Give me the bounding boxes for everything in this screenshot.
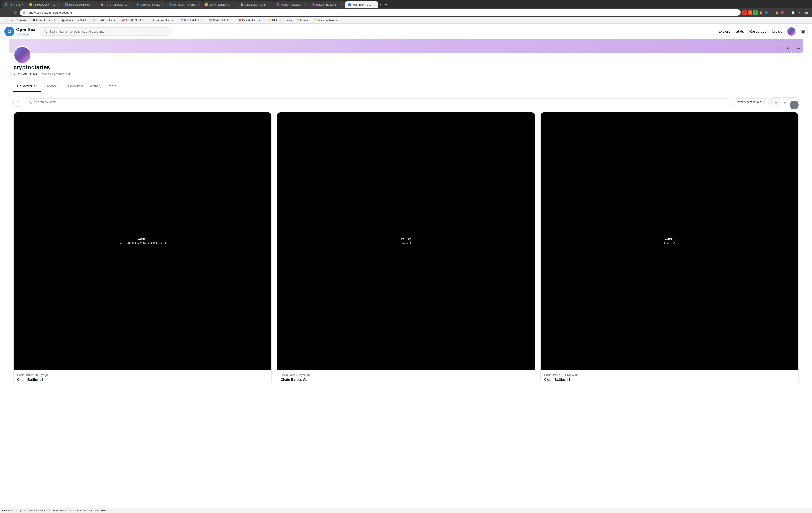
menu-button[interactable]: ☰: [804, 10, 810, 16]
nft-card-1[interactable]: Warrior Level: 1Hit Points73Strength13Sp…: [13, 112, 272, 385]
tab-activity[interactable]: Activity: [87, 81, 105, 92]
nft-card-3[interactable]: Warrior Levels: 0 Chain Battles - HjGNu9…: [540, 112, 799, 385]
tab-profile-active[interactable]: Your Profile | Op... ✕: [345, 1, 378, 8]
bookmark-movie[interactable]: 🎬 Movie4k to - Watch...: [60, 18, 90, 22]
tab-uniswap-int[interactable]: 🔷 Uniswap Interface ✕: [134, 1, 166, 8]
tab-uniswap-home[interactable]: 🦄 Home | Uniswap Pr... ✕: [98, 1, 134, 8]
back-button[interactable]: ‹: [2, 10, 6, 15]
items-search-input[interactable]: [34, 100, 727, 104]
created-label: Created: [45, 84, 57, 88]
tab-favorited[interactable]: Favorited: [64, 81, 87, 92]
share-profile-button[interactable]: ↗: [783, 44, 792, 53]
nav-explore[interactable]: Explore: [718, 30, 730, 33]
ext-icon-2[interactable]: G: [753, 10, 758, 15]
wallet-icon: ▣: [801, 29, 805, 34]
tab-close[interactable]: ✕: [22, 3, 24, 6]
opensea-logo-icon: O: [7, 29, 11, 34]
tab-created[interactable]: Created 4: [41, 81, 64, 92]
nft-image-1: Warrior Level: 1Hit Points73Strength13Sp…: [13, 112, 271, 370]
forward-button[interactable]: ›: [7, 10, 11, 15]
view-large-grid-button[interactable]: ⊞: [772, 98, 781, 107]
tab-more[interactable]: More ▾: [105, 81, 122, 92]
new-tab-button[interactable]: +: [383, 2, 389, 8]
ext-icon-9[interactable]: 📋: [791, 10, 795, 15]
ext-icon-5[interactable]: ⬡: [769, 10, 774, 15]
filter-button[interactable]: ≡: [13, 98, 22, 107]
status-url: https://testnets.opensea.io/assets/mumba…: [2, 509, 106, 512]
bookmark-figment[interactable]: ⚫ Figment Learn | S...: [31, 18, 59, 22]
tab-close[interactable]: ✕: [162, 3, 164, 6]
lock-icon: 🔒: [22, 11, 26, 14]
items-search[interactable]: 🔍: [25, 98, 730, 106]
ext-icon-6[interactable]: 🦊: [775, 10, 779, 15]
ext-icon-3[interactable]: 🦊: [759, 10, 763, 15]
tab-title: Remix - Ethereum I...: [209, 3, 232, 6]
tab-close[interactable]: ✕: [304, 3, 307, 6]
bookmark-transak[interactable]: 💱 Transak - Fiat on/...: [150, 18, 178, 22]
tab-chainbattles[interactable]: ⛓ ChainBattles | Addr... ✕: [238, 1, 274, 8]
tab-crypto[interactable]: 🪙 15 Best Crypto Trac... ✕: [26, 1, 62, 8]
global-search[interactable]: 🔍: [40, 28, 170, 35]
extensions-more[interactable]: ⚙: [796, 10, 802, 15]
bookmark-metamask[interactable]: 🦊 MetaMask - Exten...: [237, 18, 265, 22]
tab-support[interactable]: Get support in Part... ✕: [166, 1, 202, 8]
tab-close[interactable]: ✕: [269, 3, 271, 6]
tab-close[interactable]: ✕: [129, 3, 131, 6]
tab-favicon: 🪙: [29, 3, 32, 6]
tab-polygon1[interactable]: 🟣 Polygon Transactio... ✕: [274, 1, 310, 8]
tab-collected[interactable]: Collected 13: [13, 81, 41, 92]
bookmark-imported[interactable]: 📁 Imported: [295, 18, 311, 22]
share-icon: ↗: [786, 46, 789, 51]
nft-image-2: Warrior Levels: 1: [277, 112, 535, 370]
ext-icon-8[interactable]: C: [785, 10, 790, 15]
bookmark-other[interactable]: 📁 Other Bookmarks: [313, 18, 339, 22]
bookmark-arbitrary[interactable]: 📁 Arbitrary Execution: [267, 18, 294, 22]
collected-label: Collected: [17, 84, 32, 88]
ext-icon-1[interactable]: 🔔: [748, 10, 752, 15]
tab-remix[interactable]: 🔁 Remix - Ethereum I... ✕: [202, 1, 238, 8]
bookmarks-bar: 📄 H. Rept. 117-74 -... ⚫ Figment Learn |…: [0, 17, 812, 24]
tab-polygon2[interactable]: 🟣 Polygon Transactio... ✕: [310, 1, 345, 8]
tab-rari[interactable]: 🌐 Rari Portal ✕: [2, 1, 26, 8]
tab-close[interactable]: ✕: [93, 3, 95, 6]
reload-button[interactable]: ↻: [13, 10, 18, 15]
user-avatar[interactable]: [787, 27, 796, 36]
wallet-button[interactable]: ▣: [799, 27, 808, 36]
favorited-label: Favorited: [68, 84, 83, 88]
sort-label: Recently received: [737, 100, 761, 104]
items-search-icon: 🔍: [28, 100, 32, 104]
tab-close[interactable]: ✕: [340, 3, 343, 6]
more-options-button[interactable]: •••: [794, 44, 803, 53]
tab-ml[interactable]: C Machine Learning f... ✕: [62, 1, 98, 8]
tab-title: Machine Learning f...: [69, 3, 92, 6]
profile-avatar: [13, 46, 31, 64]
ext-icon-7[interactable]: 🔴: [780, 10, 784, 15]
tab-close[interactable]: ✕: [373, 3, 375, 6]
grid-medium-icon: ⊟: [783, 100, 786, 104]
bookmark-rari2[interactable]: 🌐 Rari Portal_ Tetra...: [208, 18, 236, 22]
bookmark-sushi[interactable]: 🍣 10.664 | SUSHI-U...: [120, 18, 149, 22]
tab-favicon: [169, 3, 172, 6]
tab-close[interactable]: ✕: [197, 3, 199, 6]
search-input[interactable]: [50, 30, 166, 33]
ext-icon-4[interactable]: 🔷: [764, 10, 768, 15]
nft-card-2[interactable]: Warrior Levels: 1 Chain Battles - 0fyqIu…: [277, 112, 535, 385]
tab-close[interactable]: ✕: [233, 3, 235, 6]
tab-overflow-button[interactable]: ▾: [378, 2, 383, 7]
nav-resources[interactable]: Resources: [749, 30, 766, 33]
bookmark-rept[interactable]: 📄 H. Rept. 117-74 -...: [2, 18, 30, 22]
nav-create[interactable]: Create: [772, 30, 782, 33]
bookmark-similar[interactable]: 🔍 Top 44 Similar we...: [91, 18, 119, 22]
plus-icon: +: [793, 102, 795, 108]
tab-close[interactable]: ✕: [57, 3, 59, 6]
tab-title: Home | Uniswap Pr...: [105, 3, 128, 6]
opensea-logo[interactable]: O: [4, 27, 14, 36]
nav-stats[interactable]: Stats: [736, 30, 744, 33]
tab-title: Rari Portal: [9, 3, 20, 6]
view-medium-grid-button[interactable]: ⊟: [781, 98, 789, 107]
address-bar[interactable]: 🔒 https://testnets.opensea.io/account: [20, 9, 741, 16]
brave-shield-icon[interactable]: 🛡: [743, 10, 747, 15]
bookmark-rari1[interactable]: 🌐 Rari Portal_ Tetra...: [179, 18, 207, 22]
add-nft-button[interactable]: +: [790, 100, 799, 110]
sort-dropdown[interactable]: Recently received ▾: [733, 98, 768, 106]
